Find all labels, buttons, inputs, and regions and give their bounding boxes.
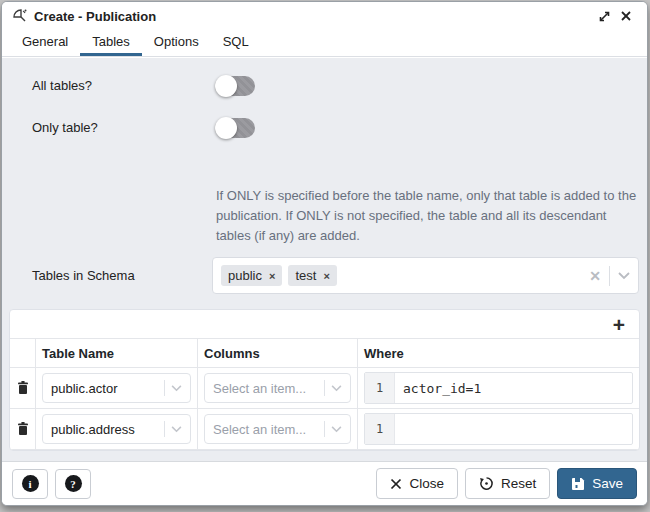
table-name-cell: public.actor [36, 368, 198, 408]
close-button-label: Close [409, 476, 444, 491]
line-number-gutter: 1 [365, 414, 395, 444]
table-row: public.address Select an item... [10, 409, 639, 450]
toggle-knob [215, 117, 237, 139]
delete-row-icon[interactable] [17, 422, 29, 436]
remove-tag-icon[interactable]: × [323, 270, 329, 282]
maximize-icon[interactable] [593, 6, 615, 26]
tab-tables[interactable]: Tables [80, 30, 142, 56]
reset-button-label: Reset [501, 476, 536, 491]
chevron-down-icon [331, 385, 342, 392]
schema-tag: test × [288, 265, 336, 286]
close-icon[interactable] [615, 6, 637, 26]
chevron-down-icon [171, 385, 182, 392]
grid-toolbar: + [10, 310, 639, 338]
tab-options[interactable]: Options [142, 30, 211, 56]
dialog-titlebar: Create - Publication [2, 2, 647, 30]
column-header-where: Where [358, 339, 639, 367]
divider [609, 266, 610, 286]
schema-tag-label: test [295, 268, 316, 283]
column-header-columns: Columns [198, 339, 358, 367]
all-tables-toggle[interactable] [215, 76, 255, 96]
table-name-select[interactable]: public.actor [42, 373, 191, 403]
only-table-help-text: If ONLY is specified before the table na… [216, 186, 640, 246]
help-icon: ? [65, 475, 82, 492]
tables-in-schema-select[interactable]: public × test × ✕ [212, 257, 639, 294]
columns-select[interactable]: Select an item... [204, 414, 351, 444]
divider [164, 421, 165, 437]
where-expression: actor_id=1 [395, 373, 632, 403]
where-code-editor[interactable]: 1 actor_id=1 [364, 372, 633, 404]
save-button[interactable]: Save [557, 468, 637, 499]
divider [324, 421, 325, 437]
save-button-label: Save [592, 476, 623, 491]
add-row-button[interactable]: + [613, 314, 625, 335]
reset-icon [479, 476, 494, 491]
publication-tables-grid: + Table Name Columns Where [9, 309, 640, 451]
delete-row-icon[interactable] [17, 381, 29, 395]
select-controls: ✕ [589, 266, 630, 286]
clear-all-icon[interactable]: ✕ [589, 268, 601, 284]
publication-icon [12, 8, 28, 24]
all-tables-label: All tables? [32, 78, 92, 93]
divider [164, 380, 165, 396]
info-icon: i [22, 475, 39, 492]
grid-header-row: Table Name Columns Where [10, 339, 639, 368]
chevron-down-icon [171, 426, 182, 433]
table-row: public.actor Select an item... [10, 368, 639, 409]
columns-select[interactable]: Select an item... [204, 373, 351, 403]
save-icon [571, 477, 585, 491]
table-name-value: public.address [51, 422, 158, 437]
chevron-down-icon [331, 426, 342, 433]
columns-cell: Select an item... [198, 409, 358, 449]
create-publication-dialog: Create - Publication General Tables Opti… [1, 1, 648, 506]
tab-sql[interactable]: SQL [211, 30, 261, 56]
tab-general[interactable]: General [10, 30, 80, 56]
line-number-gutter: 1 [365, 373, 395, 403]
where-code-editor[interactable]: 1 [364, 413, 633, 445]
where-expression [395, 414, 632, 444]
tables-tab-panel: All tables? Only table? If ONLY is speci… [2, 58, 647, 461]
only-table-label: Only table? [32, 120, 98, 135]
schema-tag-label: public [228, 268, 262, 283]
columns-placeholder: Select an item... [213, 381, 318, 396]
table-name-value: public.actor [51, 381, 158, 396]
column-header-table-name: Table Name [36, 339, 198, 367]
schema-tag: public × [221, 265, 282, 286]
chevron-down-icon[interactable] [618, 272, 630, 280]
dialog-title: Create - Publication [34, 9, 593, 24]
columns-placeholder: Select an item... [213, 422, 318, 437]
dialog-tabs: General Tables Options SQL [2, 30, 647, 57]
schema-tag-list: public × test × [221, 265, 589, 286]
table-name-select[interactable]: public.address [42, 414, 191, 444]
delete-column-header [10, 339, 36, 367]
tables-in-schema-label: Tables in Schema [32, 268, 135, 283]
table-name-cell: public.address [36, 409, 198, 449]
delete-cell [10, 409, 36, 449]
divider [324, 380, 325, 396]
columns-cell: Select an item... [198, 368, 358, 408]
reset-button[interactable]: Reset [465, 468, 550, 499]
close-x-icon [390, 478, 402, 490]
toggle-knob [215, 75, 237, 97]
only-table-toggle[interactable] [215, 118, 255, 138]
close-button[interactable]: Close [376, 468, 458, 499]
remove-tag-icon[interactable]: × [269, 270, 275, 282]
where-cell: 1 [358, 409, 639, 449]
where-cell: 1 actor_id=1 [358, 368, 639, 408]
help-button[interactable]: ? [55, 469, 91, 499]
info-button[interactable]: i [12, 469, 48, 499]
dialog-footer: i ? Close Reset S [2, 461, 647, 505]
delete-cell [10, 368, 36, 408]
grid-table: Table Name Columns Where [10, 338, 639, 450]
